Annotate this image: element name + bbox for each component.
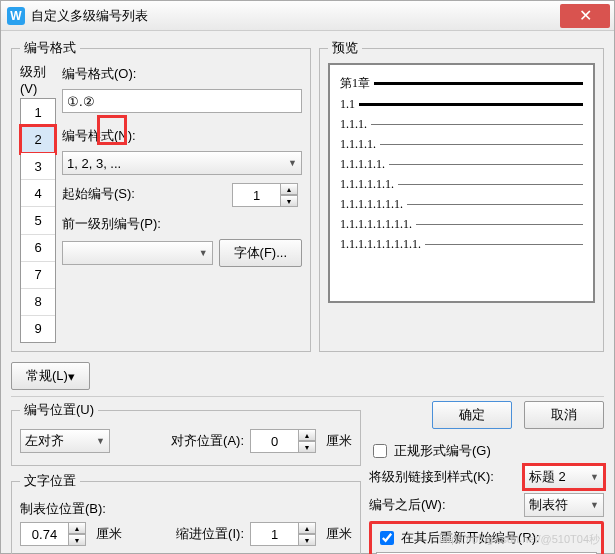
start-number-input[interactable]	[232, 183, 280, 207]
prev-level-dropdown[interactable]	[62, 241, 213, 265]
ok-button[interactable]: 确定	[432, 401, 512, 429]
preview-line: 1.1.1.	[340, 117, 583, 132]
spin-down[interactable]: ▼	[280, 195, 298, 207]
legal-checkbox-row[interactable]: 正规形式编号(G)	[369, 441, 491, 461]
tab-pos-spinner[interactable]: ▲▼	[20, 522, 90, 546]
format-legend: 编号格式	[20, 39, 80, 57]
unit-label: 厘米	[326, 432, 352, 450]
preview-box: 第1章1.11.1.1.1.1.1.1.1.1.1.1.1.1.1.1.1.1.…	[328, 63, 595, 303]
indent-label: 缩进位置(I):	[128, 525, 244, 543]
unit-label: 厘米	[96, 525, 122, 543]
tab-label: 制表位位置(B):	[20, 500, 352, 518]
preview-line: 1.1.1.1.1.1.1.1.1.	[340, 237, 583, 252]
text-position-group: 文字位置 制表位位置(B): ▲▼ 厘米 缩进位置(I): ▲▼ 厘米	[11, 472, 361, 554]
preview-line: 1.1.1.1.1.1.1.	[340, 197, 583, 212]
preview-group: 预览 第1章1.11.1.1.1.1.1.1.1.1.1.1.1.1.1.1.1…	[319, 39, 604, 352]
preview-line: 1.1.1.1.1.1.1.1.	[340, 217, 583, 232]
legal-checkbox[interactable]	[373, 444, 387, 458]
level-list[interactable]: 123456789	[20, 98, 56, 343]
level-label: 级别(V)	[20, 63, 56, 96]
level-item-9[interactable]: 9	[21, 316, 55, 342]
start-label: 起始编号(S):	[62, 185, 226, 203]
level-item-1[interactable]: 1	[21, 99, 55, 126]
text-pos-legend: 文字位置	[20, 472, 80, 490]
num-pos-legend: 编号位置(U)	[20, 401, 98, 419]
after-dropdown[interactable]: 制表符	[524, 493, 604, 517]
level-item-7[interactable]: 7	[21, 262, 55, 289]
level-item-5[interactable]: 5	[21, 207, 55, 234]
after-label: 编号之后(W):	[369, 496, 518, 514]
level-item-3[interactable]: 3	[21, 153, 55, 180]
number-style-dropdown[interactable]: 1, 2, 3, ...	[62, 151, 302, 175]
number-format-group: 编号格式 级别(V) 123456789 编号格式(O): 编号样式(N): 1…	[11, 39, 311, 352]
nf-label: 编号格式(O):	[62, 65, 302, 83]
restart-label: 在其后重新开始编号(R):	[401, 529, 540, 547]
font-button[interactable]: 字体(F)...	[219, 239, 302, 267]
level-item-8[interactable]: 8	[21, 289, 55, 316]
close-button[interactable]: ✕	[560, 4, 610, 28]
general-button[interactable]: 常规(L) ▾	[11, 362, 90, 390]
link-style-dropdown[interactable]: 标题 2	[524, 465, 604, 489]
spin-up[interactable]: ▲	[280, 183, 298, 195]
number-format-input[interactable]	[62, 89, 302, 113]
preview-line: 1.1.1.1.1.	[340, 157, 583, 172]
restart-checkbox[interactable]	[380, 531, 394, 545]
style-label: 编号样式(N):	[62, 127, 302, 145]
number-position-group: 编号位置(U) 左对齐 对齐位置(A): ▲▼ 厘米	[11, 401, 361, 466]
level-item-2[interactable]: 2	[21, 126, 55, 153]
app-logo: W	[7, 7, 25, 25]
preview-legend: 预览	[328, 39, 362, 57]
link-label: 将级别链接到样式(K):	[369, 468, 518, 486]
align-dropdown[interactable]: 左对齐	[20, 429, 110, 453]
start-number-spinner[interactable]: ▲▼	[232, 183, 302, 207]
legal-label: 正规形式编号(G)	[394, 442, 491, 460]
restart-checkbox-row[interactable]: 在其后重新开始编号(R):	[376, 528, 540, 548]
preview-line: 1.1.1.1.1.1.	[340, 177, 583, 192]
window-title: 自定义多级编号列表	[31, 7, 560, 25]
indent-spinner[interactable]: ▲▼	[250, 522, 320, 546]
align-at-spinner[interactable]: ▲▼	[250, 429, 320, 453]
preview-line: 1.1.1.1.	[340, 137, 583, 152]
cancel-button[interactable]: 取消	[524, 401, 604, 429]
prev-label: 前一级别编号(P):	[62, 215, 302, 233]
level-item-6[interactable]: 6	[21, 235, 55, 262]
unit-label: 厘米	[326, 525, 352, 543]
preview-line: 第1章	[340, 75, 583, 92]
align-at-label: 对齐位置(A):	[116, 432, 244, 450]
preview-line: 1.1	[340, 97, 583, 112]
level-item-4[interactable]: 4	[21, 180, 55, 207]
